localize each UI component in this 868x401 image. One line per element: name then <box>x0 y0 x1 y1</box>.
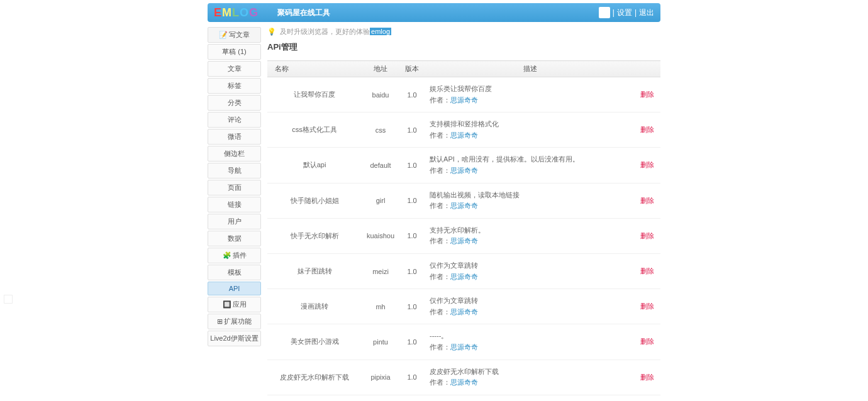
sidebar-item-14[interactable]: 模板 <box>208 265 261 280</box>
col-name: 名称 <box>267 61 362 77</box>
sidebar-item-0[interactable]: 📝写文章 <box>208 27 261 43</box>
cell-ver: 1.0 <box>399 113 425 148</box>
cell-addr: mh <box>362 289 399 324</box>
col-ver: 版本 <box>399 61 425 77</box>
author-link[interactable]: 思源奇奇 <box>450 378 478 386</box>
sidebar-item-label: 标签 <box>228 82 242 89</box>
sidebar-item-label: 写文章 <box>229 31 250 38</box>
cell-name: 快手无水印解析 <box>267 218 362 253</box>
cell-ver: 1.0 <box>399 218 425 253</box>
sidebar-item-6[interactable]: 微语 <box>208 129 261 145</box>
sidebar-item-label: 模板 <box>228 268 242 276</box>
cell-op: 删除 <box>635 148 660 183</box>
delete-link[interactable]: 删除 <box>640 197 654 204</box>
cell-desc: 皮皮虾无水印解析下载作者：思源奇奇 <box>425 360 635 395</box>
cell-desc: 仅作为文章跳转作者：思源奇奇 <box>425 289 635 324</box>
sidebar-item-label: 文章 <box>228 65 242 72</box>
cell-op: 删除 <box>635 395 660 401</box>
cell-ver: 1.0 <box>399 395 425 401</box>
cell-ver: 1.0 <box>399 324 425 360</box>
author-link[interactable]: 思源奇奇 <box>450 131 478 139</box>
sidebar-icon: 📝 <box>219 31 228 38</box>
sidebar-item-label: 链接 <box>228 200 242 208</box>
author-link[interactable]: 思源奇奇 <box>450 96 478 104</box>
cell-addr: pipixia <box>362 360 399 395</box>
sidebar-item-label: Live2d伊斯设置 <box>210 334 258 342</box>
cell-addr: meizi <box>362 253 399 288</box>
cell-op: 删除 <box>635 183 660 218</box>
sidebar-icon: 🔲 <box>223 300 231 308</box>
sidebar-item-label: 分类 <box>228 99 242 106</box>
author-link[interactable]: 思源奇奇 <box>450 308 478 316</box>
tiny-box <box>4 295 13 304</box>
sidebar-item-label: 侧边栏 <box>224 150 245 157</box>
sidebar-item-15[interactable]: API <box>208 282 261 295</box>
emlog-link[interactable]: emlog <box>370 28 391 35</box>
table-row: 美女拼图小游戏pintu1.0-----。作者：思源奇奇删除 <box>267 324 660 360</box>
author-link[interactable]: 思源奇奇 <box>450 167 478 174</box>
table-row: 快手随机小姐姐girl1.0随机输出视频，读取本地链接作者：思源奇奇删除 <box>267 183 660 218</box>
header-right: | 设置 | 退出 <box>599 7 654 18</box>
sidebar-item-5[interactable]: 评论 <box>208 112 261 128</box>
author-link[interactable]: 思源奇奇 <box>450 202 478 209</box>
sidebar-item-1[interactable]: 草稿 (1) <box>208 44 261 60</box>
cell-ver: 1.0 <box>399 183 425 218</box>
sidebar-item-label: API <box>229 285 240 292</box>
sidebar-item-label: 数据 <box>228 234 242 242</box>
sidebar-item-3[interactable]: 标签 <box>208 78 261 94</box>
cell-ver: 1.0 <box>399 360 425 395</box>
top-header: E M L O G 聚码屋在线工具 | 设置 | 退出 <box>208 3 660 22</box>
cell-name: 皮皮虾无水印解析下载 <box>267 360 362 395</box>
sidebar-icon: ⊞ <box>217 317 223 325</box>
delete-link[interactable]: 删除 <box>640 267 654 275</box>
sidebar-item-16[interactable]: 🔲应用 <box>208 297 261 312</box>
logout-link[interactable]: 退出 <box>639 8 654 18</box>
sidebar-item-17[interactable]: ⊞扩展功能 <box>208 314 261 329</box>
page-title: APi管理 <box>267 41 660 53</box>
sidebar-item-10[interactable]: 链接 <box>208 197 261 212</box>
sidebar-item-label: 草稿 (1) <box>222 48 247 55</box>
author-link[interactable]: 思源奇奇 <box>450 237 478 244</box>
sidebar-item-13[interactable]: 🧩插件 <box>208 248 261 263</box>
cell-ver: 1.0 <box>399 148 425 183</box>
delete-link[interactable]: 删除 <box>640 161 654 168</box>
bulb-icon: 💡 <box>267 28 276 35</box>
settings-link[interactable]: 设置 <box>617 8 632 18</box>
cell-addr: pintu <box>362 324 399 360</box>
cell-op: 删除 <box>635 113 660 148</box>
delete-link[interactable]: 删除 <box>640 126 654 133</box>
avatar-icon[interactable] <box>599 7 610 18</box>
sidebar-item-18[interactable]: Live2d伊斯设置 <box>208 331 261 346</box>
sidebar-item-label: 插件 <box>233 251 247 259</box>
cell-op: 删除 <box>635 289 660 324</box>
delete-link[interactable]: 删除 <box>640 91 654 98</box>
author-link[interactable]: 思源奇奇 <box>450 343 478 351</box>
sidebar-item-12[interactable]: 数据 <box>208 231 261 246</box>
table-row: 让我帮你百度baidu1.0娱乐类让我帮你百度作者：思源奇奇删除 <box>267 77 660 113</box>
cell-name: 漫画跳转 <box>267 289 362 324</box>
cell-desc: 随机输出视频，读取本地链接作者：思源奇奇 <box>425 183 635 218</box>
table-row: 漫画跳转mh1.0仅作为文章跳转作者：思源奇奇删除 <box>267 289 660 324</box>
sidebar-item-2[interactable]: 文章 <box>208 61 261 77</box>
delete-link[interactable]: 删除 <box>640 302 654 310</box>
sidebar-item-4[interactable]: 分类 <box>208 95 261 111</box>
sidebar-item-7[interactable]: 侧边栏 <box>208 146 261 162</box>
sidebar-item-9[interactable]: 页面 <box>208 180 261 195</box>
delete-link[interactable]: 删除 <box>640 232 654 239</box>
author-link[interactable]: 思源奇奇 <box>450 273 478 280</box>
cell-addr: default <box>362 148 399 183</box>
cell-addr: baidu <box>362 77 399 113</box>
delete-link[interactable]: 删除 <box>640 338 654 345</box>
upgrade-tip: 💡 及时升级浏览器，更好的体验emlog <box>267 27 660 36</box>
sidebar-item-label: 微语 <box>228 133 242 140</box>
sidebar-item-label: 扩展功能 <box>224 317 252 325</box>
sidebar-item-11[interactable]: 用户 <box>208 214 261 229</box>
cell-addr: kuaishou <box>362 218 399 253</box>
sidebar-item-8[interactable]: 导航 <box>208 163 261 179</box>
table-row: 快手无水印解析kuaishou1.0支持无水印解析。作者：思源奇奇删除 <box>267 218 660 253</box>
cell-ver: 1.0 <box>399 253 425 288</box>
sidebar-item-label: 应用 <box>233 300 247 308</box>
table-row: 默认apidefault1.0默认API，啥用没有，提供标准。以后没准有用。作者… <box>267 148 660 183</box>
table-row: 会动的简历resume1.0会动的简历，代码书写简历作者：思源奇奇删除 <box>267 395 660 401</box>
delete-link[interactable]: 删除 <box>640 373 654 381</box>
